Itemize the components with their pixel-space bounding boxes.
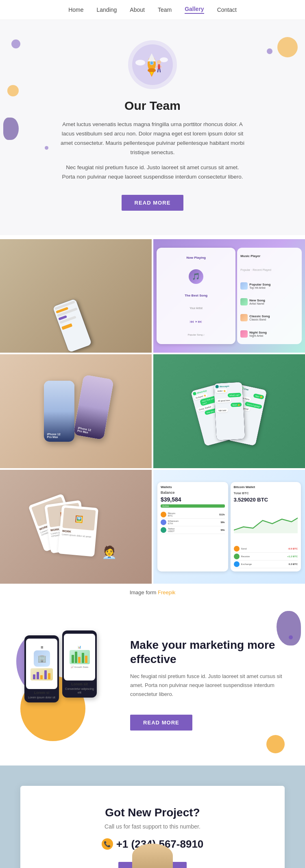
svg-point-1 bbox=[135, 60, 145, 65]
gallery-cell-iphone12[interactable]: iPhone 12Pro Max iPhone 12Pro Max bbox=[0, 354, 152, 468]
contact-heading: Got New Project? bbox=[33, 806, 272, 819]
marketing-left: ☰ 🏢 Lorem si Lorem ipsum dolor sit 📊 bbox=[12, 627, 118, 741]
blob-orange-tr bbox=[277, 37, 298, 57]
marketing-right: Make your marketing more effective Nec f… bbox=[130, 638, 293, 730]
svg-point-5 bbox=[148, 68, 156, 72]
nav-contact[interactable]: Contact bbox=[217, 7, 237, 13]
blob-yellow-l bbox=[7, 85, 19, 96]
svg-point-10 bbox=[157, 60, 161, 64]
team-paragraph2: Nec feugiat nisl pretium fusce id. Justo… bbox=[59, 163, 246, 182]
gallery-cell-cards[interactable]: 🖼️ WORK Lorem ipsum dolor sit amet conse… bbox=[0, 470, 152, 584]
marketing-phones: ☰ 🏢 Lorem si Lorem ipsum dolor sit 📊 bbox=[12, 627, 118, 702]
gallery-cell-music[interactable]: Now Playing 🎵 The Best Song Your Artist … bbox=[153, 239, 305, 353]
contact-subtitle: Call us for fast support to this number. bbox=[33, 823, 272, 830]
team-heading: Our Team bbox=[8, 99, 297, 113]
blob-purple-bl bbox=[3, 118, 19, 140]
svg-point-7 bbox=[150, 62, 153, 64]
nav-about[interactable]: About bbox=[130, 7, 145, 13]
team-avatar bbox=[128, 40, 177, 89]
mblob-yellow-br bbox=[266, 735, 285, 753]
svg-line-15 bbox=[160, 69, 160, 72]
team-read-more-button[interactable]: READ MORE bbox=[122, 195, 184, 211]
svg-rect-11 bbox=[158, 64, 160, 69]
team-section: Our Team Amet luctus venenatis lectus ma… bbox=[0, 20, 305, 235]
blob-dot-mid bbox=[45, 146, 48, 150]
marketing-heading: Make your marketing more effective bbox=[130, 638, 293, 666]
gallery-cell-phones-hand[interactable] bbox=[0, 239, 152, 353]
nav-landing[interactable]: Landing bbox=[96, 7, 117, 13]
blob-purple-tl bbox=[11, 39, 20, 48]
gallery-cell-wallet[interactable]: Wallets Balance $39,584 Active BitcoinBT… bbox=[153, 470, 305, 584]
nav-home[interactable]: Home bbox=[68, 7, 83, 13]
gallery-section: Now Playing 🎵 The Best Song Your Artist … bbox=[0, 235, 305, 603]
main-nav: Home Landing About Team Gallery Contact bbox=[0, 0, 305, 20]
team-paragraph1: Amet luctus venenatis lectus magna fring… bbox=[59, 120, 246, 157]
svg-line-14 bbox=[158, 69, 158, 72]
gallery-cell-chat[interactable]: WhatsApp Hi there! 👋 Hey! How are you? G… bbox=[153, 354, 305, 468]
svg-point-2 bbox=[160, 57, 168, 62]
phone-icon: 📞 bbox=[102, 838, 113, 850]
mblob-purple-dot bbox=[289, 635, 293, 639]
marketing-section: ☰ 🏢 Lorem si Lorem ipsum dolor sit 📊 bbox=[0, 603, 305, 765]
marketing-read-more-button[interactable]: READ MORE bbox=[130, 715, 192, 731]
gallery-caption: Image form Freepik bbox=[0, 584, 305, 603]
gallery-grid: Now Playing 🎵 The Best Song Your Artist … bbox=[0, 239, 305, 584]
freepik-link[interactable]: Freepik bbox=[158, 589, 175, 595]
nav-gallery[interactable]: Gallery bbox=[185, 6, 204, 14]
nav-team[interactable]: Team bbox=[158, 7, 172, 13]
marketing-body: Nec feugiat nisl pretium fusce id. Justo… bbox=[130, 672, 293, 699]
blob-purple-tr bbox=[267, 48, 272, 54]
